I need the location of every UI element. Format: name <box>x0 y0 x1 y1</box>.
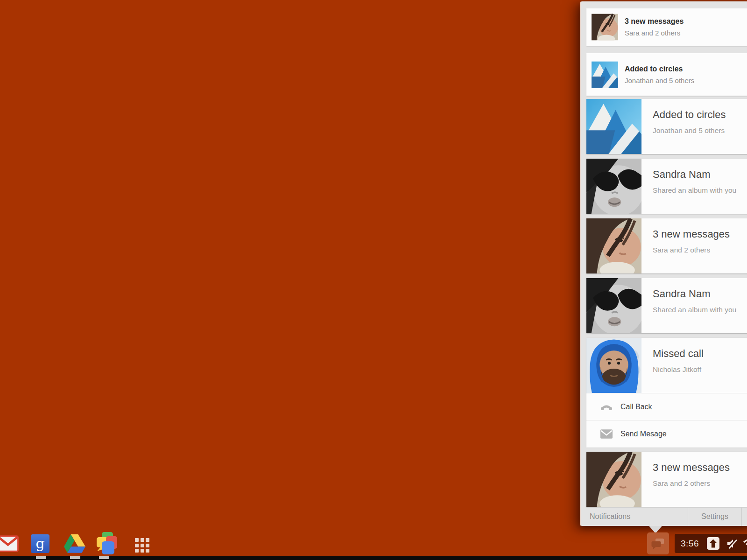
mail-icon <box>600 429 613 439</box>
google-chat-cards-icon[interactable] <box>96 532 118 555</box>
notification-card[interactable]: Sandra NamShared an album with you <box>586 159 747 214</box>
woman-color-avatar <box>586 452 641 507</box>
notification-text: Missed callNicholas Jitkoff <box>653 348 704 374</box>
apps-grid-icon[interactable] <box>135 538 149 553</box>
notification-card[interactable]: Added to circlesJonathan and 5 others <box>586 53 747 96</box>
woman-color-avatar <box>592 14 618 41</box>
volume-muted-icon <box>726 538 737 549</box>
notification-subtitle: Sara and 2 others <box>653 246 730 254</box>
notification-text: 3 new messagesSara and 2 others <box>653 228 730 254</box>
notification-card[interactable]: 3 new messagesSara and 2 others <box>586 452 747 507</box>
notification-subtitle: Nicholas Jitkoff <box>653 365 704 374</box>
notification-text: Sandra NamShared an album with you <box>653 288 736 314</box>
running-app-indicator <box>36 556 46 559</box>
notification-subtitle: Jonathan and 5 others <box>625 77 694 84</box>
notification-title: Added to circles <box>625 65 694 73</box>
notification-subtitle: Sara and 2 others <box>653 479 730 488</box>
action-label: Call Back <box>620 403 652 411</box>
man-hood-avatar <box>586 338 641 393</box>
notification-title: Added to circles <box>653 109 726 121</box>
notification-text: Added to circlesJonathan and 5 others <box>653 109 726 135</box>
notification-text: 3 new messagesSara and 2 others <box>653 462 730 488</box>
notification-card[interactable]: 3 new messagesSara and 2 others <box>586 8 747 46</box>
notification-subtitle: Jonathan and 5 others <box>653 126 726 135</box>
panel-edge-highlight <box>580 1 581 526</box>
action-label: Send Mesage <box>620 430 667 438</box>
notification-subtitle: Sara and 2 others <box>625 29 684 37</box>
woman-bw-avatar <box>586 159 641 214</box>
notification-panel: 3 new messagesSara and 2 others Added to… <box>580 1 747 526</box>
settings-button[interactable]: Settings <box>688 507 742 526</box>
notification-footer: Notifications Settings <box>580 507 747 526</box>
notification-subtitle: Shared an album with you <box>653 186 736 195</box>
notification-action-send-mesage[interactable]: Send Mesage <box>586 420 747 448</box>
running-app-indicator <box>70 556 80 559</box>
notification-title: Missed call <box>653 348 704 360</box>
woman-color-avatar <box>586 218 641 273</box>
svg-text:g: g <box>35 535 44 552</box>
notifications-tray-button[interactable] <box>647 532 669 554</box>
phone-icon <box>600 402 613 412</box>
notification-title: 3 new messages <box>653 228 730 240</box>
woman-bw-avatar <box>586 278 641 333</box>
notification-title: Sandra Nam <box>653 168 736 181</box>
notification-card[interactable]: Missed callNicholas Jitkoff Call Back Se… <box>586 338 747 447</box>
notification-card[interactable]: Sandra NamShared an album with you <box>586 278 747 333</box>
notification-list: 3 new messagesSara and 2 others Added to… <box>586 8 747 511</box>
clock: 3:56 <box>681 539 699 549</box>
notification-action-call-back[interactable]: Call Back <box>586 393 747 420</box>
notification-title: 3 new messages <box>625 17 684 26</box>
notification-card[interactable]: Added to circlesJonathan and 5 others <box>586 99 747 154</box>
update-icon <box>707 537 719 550</box>
notification-card[interactable]: 3 new messagesSara and 2 others <box>586 218 747 273</box>
wifi-icon <box>743 538 747 549</box>
notification-subtitle: Shared an album with you <box>653 306 736 314</box>
gmail-icon[interactable] <box>0 535 19 552</box>
chat-bubbles-icon <box>651 537 665 550</box>
desktop: { "colors":{ "wallpaper":"#a83301", "pan… <box>0 0 747 560</box>
mountain-logo <box>586 99 641 154</box>
running-app-indicator <box>99 556 109 559</box>
screen-bezel <box>0 556 747 560</box>
notification-text: 3 new messagesSara and 2 others <box>625 8 684 46</box>
google-search-icon[interactable]: g <box>31 534 49 553</box>
notification-text: Sandra NamShared an album with you <box>653 168 736 195</box>
mountain-logo <box>592 61 618 88</box>
notification-title: Sandra Nam <box>653 288 736 300</box>
system-tray[interactable]: 3:56 <box>675 534 747 553</box>
notifications-footer-label: Notifications <box>590 507 630 526</box>
notification-text: Added to circlesJonathan and 5 others <box>625 53 694 96</box>
notification-title: 3 new messages <box>653 462 730 474</box>
google-drive-icon[interactable] <box>64 534 85 553</box>
